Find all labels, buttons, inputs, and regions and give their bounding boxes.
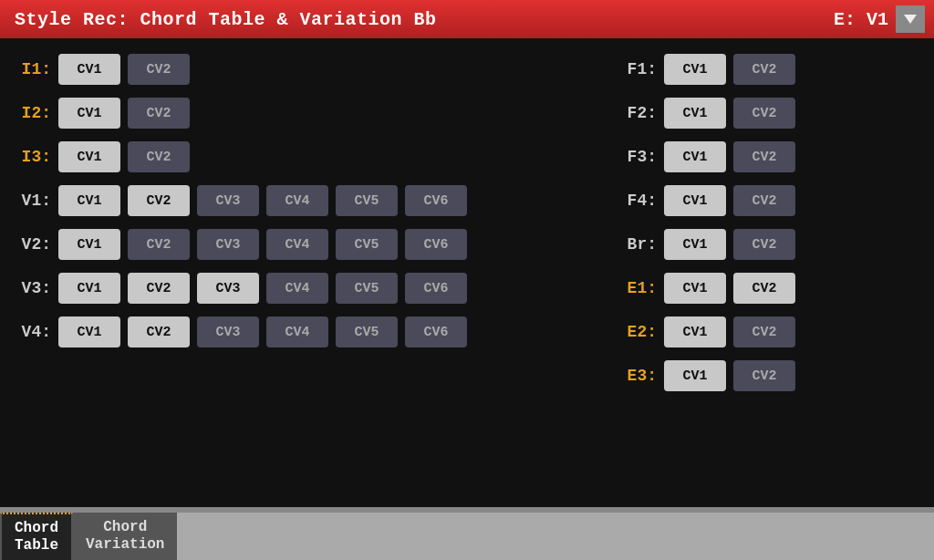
btn-v4-cv1[interactable]: CV1 <box>58 316 120 347</box>
row-f1: F1:CV1CV2 <box>624 51 916 88</box>
label-i3: I3: <box>18 148 51 166</box>
dropdown-button[interactable] <box>896 5 925 33</box>
svg-marker-0 <box>904 15 917 24</box>
row-i3: I3:CV1CV2 <box>18 139 587 175</box>
row-i2: I2:CV1CV2 <box>18 95 587 131</box>
btn-i3-cv1[interactable]: CV1 <box>58 141 120 172</box>
btn-v3-cv1[interactable]: CV1 <box>58 273 120 304</box>
row-v2: V2:CV1CV2CV3CV4CV5CV6 <box>18 226 587 263</box>
btn-i1-cv1[interactable]: CV1 <box>58 54 120 85</box>
btn-v3-cv6[interactable]: CV6 <box>405 273 467 304</box>
label-e3: E3: <box>624 367 657 385</box>
btn-v2-cv1[interactable]: CV1 <box>58 229 120 260</box>
label-v1: V1: <box>18 192 51 210</box>
btn-e3-cv2[interactable]: CV2 <box>733 360 795 391</box>
row-f3: F3:CV1CV2 <box>624 139 916 175</box>
row-v3: V3:CV1CV2CV3CV4CV5CV6 <box>18 270 587 306</box>
tab-chord-table[interactable]: Chord Table <box>0 513 73 560</box>
tabs-bar: Chord TableChord Variation <box>0 507 934 560</box>
btn-v2-cv4[interactable]: CV4 <box>266 229 328 260</box>
btn-v3-cv5[interactable]: CV5 <box>336 273 398 304</box>
label-f1: F1: <box>624 60 657 78</box>
btn-v2-cv3[interactable]: CV3 <box>197 229 259 260</box>
btn-v4-cv6[interactable]: CV6 <box>405 316 467 347</box>
header-ev1: E: V1 <box>834 9 888 30</box>
left-panel: I1:CV1CV2I2:CV1CV2I3:CV1CV2V1:CV1CV2CV3C… <box>18 51 587 500</box>
row-f4: F4:CV1CV2 <box>624 182 916 219</box>
label-br: Br: <box>624 235 657 254</box>
btn-v4-cv2[interactable]: CV2 <box>128 316 190 347</box>
row-v1: V1:CV1CV2CV3CV4CV5CV6 <box>18 182 587 219</box>
row-e2: E2:CV1CV2 <box>624 314 916 350</box>
btn-f3-cv1[interactable]: CV1 <box>664 141 726 172</box>
btn-v4-cv4[interactable]: CV4 <box>266 316 328 347</box>
header-right: E: V1 <box>834 5 925 33</box>
btn-v1-cv2[interactable]: CV2 <box>128 185 190 216</box>
label-v2: V2: <box>18 235 51 254</box>
row-i1: I1:CV1CV2 <box>18 51 587 88</box>
btn-e2-cv2[interactable]: CV2 <box>733 316 795 347</box>
btn-v2-cv5[interactable]: CV5 <box>336 229 398 260</box>
btn-i2-cv2[interactable]: CV2 <box>128 98 190 129</box>
btn-br-cv1[interactable]: CV1 <box>664 229 726 260</box>
btn-v2-cv6[interactable]: CV6 <box>405 229 467 260</box>
app: Style Rec: Chord Table & Variation Bb E:… <box>0 0 934 560</box>
row-e1: E1:CV1CV2 <box>624 270 916 306</box>
label-e1: E1: <box>624 279 657 297</box>
row-br: Br:CV1CV2 <box>624 226 916 263</box>
btn-f2-cv1[interactable]: CV1 <box>664 98 726 129</box>
btn-e1-cv2[interactable]: CV2 <box>733 273 795 304</box>
btn-e2-cv1[interactable]: CV1 <box>664 316 726 347</box>
btn-f4-cv2[interactable]: CV2 <box>733 185 795 216</box>
row-f2: F2:CV1CV2 <box>624 95 916 131</box>
btn-v2-cv2[interactable]: CV2 <box>128 229 190 260</box>
btn-v4-cv3[interactable]: CV3 <box>197 316 259 347</box>
btn-e3-cv1[interactable]: CV1 <box>664 360 726 391</box>
label-i1: I1: <box>18 60 51 78</box>
btn-f2-cv2[interactable]: CV2 <box>733 98 795 129</box>
label-v3: V3: <box>18 279 51 297</box>
right-panel: F1:CV1CV2F2:CV1CV2F3:CV1CV2F4:CV1CV2Br:C… <box>624 51 916 500</box>
label-v4: V4: <box>18 323 51 341</box>
btn-v1-cv3[interactable]: CV3 <box>197 185 259 216</box>
btn-v1-cv1[interactable]: CV1 <box>58 185 120 216</box>
btn-f3-cv2[interactable]: CV2 <box>733 141 795 172</box>
btn-v3-cv3[interactable]: CV3 <box>197 273 259 304</box>
tab-chord-variation[interactable]: Chord Variation <box>73 513 177 560</box>
btn-i1-cv2[interactable]: CV2 <box>128 54 190 85</box>
btn-v3-cv2[interactable]: CV2 <box>128 273 190 304</box>
panel-spacer <box>587 51 624 500</box>
header: Style Rec: Chord Table & Variation Bb E:… <box>0 0 934 38</box>
header-title: Style Rec: Chord Table & Variation Bb <box>15 9 437 30</box>
label-i2: I2: <box>18 104 51 122</box>
btn-i2-cv1[interactable]: CV1 <box>58 98 120 129</box>
label-e2: E2: <box>624 323 657 341</box>
btn-f1-cv2[interactable]: CV2 <box>733 54 795 85</box>
row-v4: V4:CV1CV2CV3CV4CV5CV6 <box>18 314 587 350</box>
label-f3: F3: <box>624 148 657 166</box>
btn-i3-cv2[interactable]: CV2 <box>128 141 190 172</box>
label-f4: F4: <box>624 192 657 210</box>
btn-v1-cv6[interactable]: CV6 <box>405 185 467 216</box>
btn-v3-cv4[interactable]: CV4 <box>266 273 328 304</box>
tab-spacer <box>177 513 934 560</box>
btn-e1-cv1[interactable]: CV1 <box>664 273 726 304</box>
row-e3: E3:CV1CV2 <box>624 358 916 394</box>
btn-v4-cv5[interactable]: CV5 <box>336 316 398 347</box>
btn-f1-cv1[interactable]: CV1 <box>664 54 726 85</box>
btn-v1-cv4[interactable]: CV4 <box>266 185 328 216</box>
btn-v1-cv5[interactable]: CV5 <box>336 185 398 216</box>
main-content: I1:CV1CV2I2:CV1CV2I3:CV1CV2V1:CV1CV2CV3C… <box>0 38 934 507</box>
btn-br-cv2[interactable]: CV2 <box>733 229 795 260</box>
label-f2: F2: <box>624 104 657 122</box>
btn-f4-cv1[interactable]: CV1 <box>664 185 726 216</box>
